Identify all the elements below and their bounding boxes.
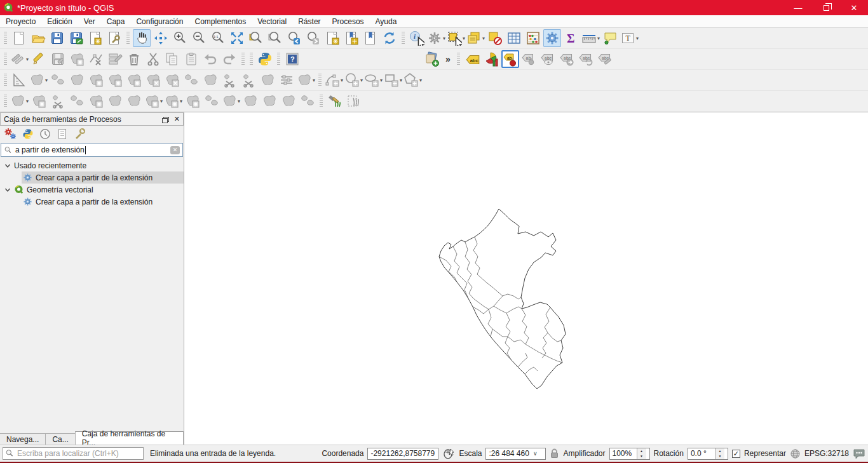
menu-configuracion[interactable]: Configuración [130,16,189,27]
merge-features-button[interactable] [182,71,200,89]
copy-paste-style-button[interactable] [30,92,48,110]
scale-combo[interactable]: :26 484 460 ∨ [485,448,546,460]
menu-edicion[interactable]: Edición [41,16,78,27]
copy-features-button[interactable] [163,50,181,68]
smooth-feature-button[interactable] [241,92,259,110]
layer-labeling-button[interactable] [463,50,481,68]
map-canvas[interactable] [184,112,868,445]
new-project-button[interactable] [10,29,28,47]
map-tips-button[interactable] [601,29,619,47]
zoom-next-button[interactable] [304,29,322,47]
new-bookmark-button[interactable] [323,29,341,47]
save-project-button[interactable] [48,29,66,47]
copy-move-feature-button[interactable] [87,71,105,89]
zoom-to-selection-button[interactable] [247,29,265,47]
lock-icon[interactable] [550,448,559,459]
fill-ring-button[interactable] [259,71,276,89]
results-icon[interactable] [57,128,68,140]
pin-labels-button[interactable]: ab [501,50,519,68]
chevron-down-icon[interactable] [4,163,11,169]
coordinate-field[interactable]: -2921262,8758779 [367,448,438,460]
densify-feature-button[interactable] [261,92,278,110]
plugin-profile-tool-button[interactable] [326,92,344,110]
statistical-summary-button[interactable]: Σ [562,29,580,47]
dropdown-icon[interactable]: ▾ [26,98,29,104]
dropdown-icon[interactable]: ▾ [419,77,422,83]
models-icon[interactable] [4,128,17,140]
modify-attributes-button[interactable] [106,50,124,68]
text-annotation-button[interactable]: T▾ [620,29,639,47]
toolbar-overflow-icon[interactable]: » [445,54,451,64]
zoom-full-button[interactable] [228,29,246,47]
crs-status[interactable]: EPSG:32718 [804,449,849,458]
toolbox-search-input[interactable]: a partir de extensión ✕ [1,143,183,157]
dropdown-icon[interactable]: ▾ [341,77,343,83]
dropdown-icon[interactable]: ▾ [45,77,48,83]
unpin-labels-button[interactable] [520,50,538,68]
menu-procesos[interactable]: Procesos [327,16,370,27]
generalize-feature-button[interactable] [280,92,297,110]
zoom-in-button[interactable] [171,29,189,47]
rotate-label-button[interactable] [578,50,595,68]
dropdown-icon[interactable]: ▾ [360,77,363,83]
pan-to-selection-button[interactable] [152,29,170,47]
open-project-button[interactable] [29,29,47,47]
current-edits-button[interactable]: ▾ [10,50,29,68]
tab-navegador[interactable]: Navega... [0,433,46,445]
toolbar-grip[interactable] [402,32,405,44]
toolbar-grip[interactable] [4,74,7,86]
toolbar-grip[interactable] [318,74,322,86]
data-source-manager-button[interactable] [423,50,441,68]
measure-button[interactable]: ▾ [581,29,600,47]
save-project-as-button[interactable] [67,29,85,47]
show-hide-labels-button[interactable] [539,50,557,68]
close-panel-icon[interactable]: ✕ [174,116,180,123]
layout-manager-button[interactable] [86,29,104,47]
digitize-with-segment-button[interactable] [68,50,86,68]
menu-ver[interactable]: Ver [78,16,101,27]
cad-tools-button[interactable] [10,71,28,89]
move-copy-tool-button[interactable]: ▾ [164,92,182,110]
zoom-native-button[interactable]: 1:1 [209,29,227,47]
statistics-abacus-button[interactable] [524,29,542,47]
toolbar-grip[interactable] [4,32,7,44]
spinner-arrows-icon[interactable]: ▲▼ [637,448,646,459]
toolbar-grip[interactable] [241,53,245,65]
delete-ring-button[interactable] [144,71,162,89]
toolbar-grip[interactable] [4,95,7,107]
identify-features-button[interactable]: i [408,29,426,47]
tree-group-recent[interactable]: Usado recientemente [0,159,184,171]
menu-capa[interactable]: Capa [101,16,131,27]
toolbar-grip[interactable] [457,53,460,65]
change-label-button[interactable] [597,50,614,68]
split-line-button[interactable] [49,92,67,110]
trim-extend-button[interactable]: ▾ [10,92,29,110]
rotate-point-symbols-button[interactable]: ▾ [297,71,315,89]
rotate-copy-tool-button[interactable] [184,92,201,110]
chevron-down-icon[interactable] [4,187,11,193]
vertex-snap-tool-button[interactable]: ▾ [222,92,240,110]
dropdown-icon[interactable]: ▾ [180,98,182,104]
toolbar-grip[interactable] [320,95,323,107]
pan-map-button[interactable] [133,29,151,47]
add-ellipse-button[interactable]: ▾ [364,71,383,89]
close-button[interactable]: ✕ [840,0,868,15]
locator-search[interactable] [3,447,144,460]
ellipse-digitize-button[interactable] [106,92,124,110]
python-icon[interactable] [22,128,34,140]
connect-features-button[interactable] [68,92,86,110]
dropdown-icon[interactable]: ▾ [597,36,600,41]
plugin-temporal-tool-button[interactable] [345,92,363,110]
freehand-digitize-button[interactable] [125,92,143,110]
toolbar-grip[interactable] [277,53,280,65]
split-features-button[interactable] [220,71,238,89]
vertex-tool-button[interactable] [87,50,105,68]
tab-capas[interactable]: Ca... [45,433,75,445]
move-label-button[interactable] [559,50,576,68]
square-digitize-button[interactable] [87,92,105,110]
toggle-editing-button[interactable] [30,50,48,68]
tree-item-crear-capa-recent[interactable]: Crear capa a partir de la extensión [22,171,184,184]
minimize-button[interactable]: — [784,0,812,15]
help-contents-button[interactable]: ? [283,50,301,68]
dropdown-icon[interactable]: ▾ [443,36,445,41]
